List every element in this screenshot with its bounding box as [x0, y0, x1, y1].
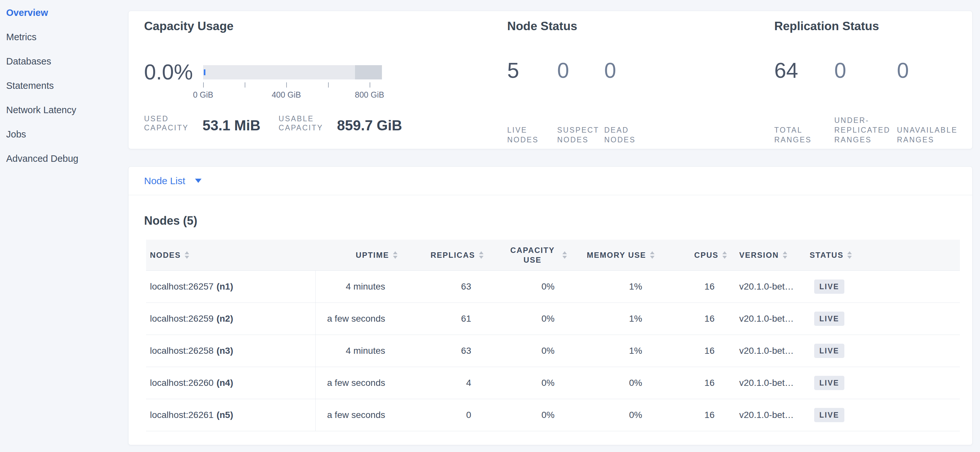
sidebar-item[interactable]: Advanced Debug [0, 147, 128, 171]
axis-tick [203, 82, 204, 87]
capacity-percent-value: 0.0% [144, 60, 193, 84]
version-cell: v20.1.0-bet… [716, 303, 799, 335]
status-cell: LIVE [799, 335, 960, 367]
cluster-summary-card: Capacity Usage 0.0% 0 GiB400 GiB800 GiB … [128, 11, 972, 149]
sort-arrows-icon [185, 251, 189, 259]
table-row[interactable]: localhost:26259 (n2) a few seconds 61 0%… [146, 303, 960, 335]
sort-up-icon [783, 251, 787, 254]
column-header[interactable]: UPTIME [315, 251, 387, 260]
capacity-bar-used-marker [204, 70, 205, 75]
column-header-label: MEMORY USE [587, 251, 646, 260]
table-row[interactable]: localhost:26257 (n1) 4 minutes 63 0% 1% … [146, 271, 960, 303]
column-header[interactable]: CPUS [643, 251, 716, 260]
nodes-table-header: NODES UPTIME [146, 239, 960, 271]
node-name-cell: localhost:26260 (n4) [146, 367, 315, 399]
version-cell: v20.1.0-bet… [716, 367, 799, 399]
node-id: (n4) [216, 378, 233, 388]
uptime-cell: 4 minutes [315, 335, 387, 367]
capacity-bar-track [203, 65, 382, 79]
replication-status-title: Replication Status [774, 19, 879, 33]
sort-up-icon [847, 251, 852, 254]
node-id: (n2) [216, 314, 233, 324]
sidebar-item[interactable]: Overview [0, 1, 128, 25]
column-header[interactable]: STATUS [799, 251, 960, 260]
axis-tick-label: 800 GiB [355, 90, 384, 100]
capacity-stat-value: 859.7 GiB [337, 119, 402, 132]
column-header-label: UPTIME [356, 251, 389, 260]
sort-down-icon [847, 256, 852, 259]
node-name-cell: localhost:26257 (n1) [146, 271, 315, 303]
sidebar-item[interactable]: Metrics [0, 25, 128, 49]
axis-tick [328, 82, 329, 87]
node-name-cell: localhost:26259 (n2) [146, 303, 315, 335]
node-status-stat-label: SUSPECT NODES [557, 125, 604, 144]
replication-status-stats: 64 TOTAL RANGES 0 UNDER-REPLICATED RANGE… [774, 60, 967, 144]
table-row[interactable]: localhost:26261 (n5) a few seconds 0 0% … [146, 399, 960, 431]
cpus-cell: 16 [643, 367, 716, 399]
sort-arrows-icon [847, 251, 852, 259]
status-cell: LIVE [799, 367, 960, 399]
column-header-label: CPUS [694, 251, 718, 260]
node-status-stat-label: LIVE NODES [507, 125, 557, 144]
status-cell: LIVE [799, 399, 960, 431]
node-status-stat-value: 0 [604, 60, 661, 81]
uptime-cell: 4 minutes [315, 271, 387, 303]
uptime-cell: a few seconds [315, 303, 387, 335]
status-badge: LIVE [814, 344, 844, 358]
status-badge: LIVE [814, 279, 844, 294]
replicas-cell: 4 [387, 367, 473, 399]
node-list-dropdown[interactable]: Node List [129, 167, 972, 195]
main-content: Capacity Usage 0.0% 0 GiB400 GiB800 GiB … [128, 0, 972, 452]
column-header[interactable]: CAPACITY USE [473, 246, 556, 265]
node-address: localhost:26261 [150, 410, 213, 420]
version-cell: v20.1.0-bet… [716, 399, 799, 431]
memory-use-cell: 1% [556, 335, 643, 367]
version-cell: v20.1.0-bet… [716, 271, 799, 303]
capacity-bar-reserved-segment [355, 65, 382, 79]
node-status-stat-value: 5 [507, 60, 557, 81]
sort-down-icon [185, 256, 189, 259]
replication-stat-label: UNDER-REPLICATED RANGES [834, 116, 897, 144]
column-header[interactable]: MEMORY USE [556, 251, 643, 260]
node-list-card: Node List Nodes (5) NODES [128, 167, 972, 445]
column-header-label: REPLICAS [431, 251, 475, 260]
table-row[interactable]: localhost:26260 (n4) a few seconds 4 0% … [146, 367, 960, 399]
sidebar: Overview Metrics Databases Statements Ne… [0, 0, 128, 452]
column-header-label: STATUS [810, 251, 843, 260]
sidebar-item[interactable]: Databases [0, 49, 128, 74]
capacity-use-cell: 0% [473, 399, 556, 431]
capacity-stat-label: USED CAPACITY [144, 114, 193, 132]
node-address: localhost:26260 [150, 378, 213, 388]
sidebar-item[interactable]: Statements [0, 74, 128, 98]
node-status-stats: 5 LIVE NODES 0 SUSPECT NODES 0 DEAD NODE… [507, 60, 661, 144]
node-name-cell: localhost:26261 (n5) [146, 399, 315, 431]
column-header[interactable]: NODES [146, 251, 315, 260]
replicas-cell: 61 [387, 303, 473, 335]
sidebar-item[interactable]: Network Latency [0, 98, 128, 122]
node-address: localhost:26257 [150, 281, 213, 292]
capacity-usage-panel: Capacity Usage 0.0% 0 GiB400 GiB800 GiB … [144, 11, 504, 149]
uptime-cell: a few seconds [315, 399, 387, 431]
chevron-down-icon [195, 179, 202, 183]
sidebar-item[interactable]: Jobs [0, 122, 128, 147]
replication-stat: 0 UNAVAILABLE RANGES [897, 60, 967, 144]
replicas-cell: 63 [387, 271, 473, 303]
replication-stat-label: UNAVAILABLE RANGES [897, 125, 967, 144]
nodes-table-title: Nodes (5) [144, 214, 197, 228]
memory-use-cell: 0% [556, 367, 643, 399]
version-cell: v20.1.0-bet… [716, 335, 799, 367]
column-header[interactable]: REPLICAS [387, 251, 473, 260]
column-header-label: NODES [150, 251, 181, 260]
table-row[interactable]: localhost:26258 (n3) 4 minutes 63 0% 1% … [146, 335, 960, 367]
uptime-cell: a few seconds [315, 367, 387, 399]
cockroachdb-overview-page: Overview Metrics Databases Statements Ne… [0, 0, 980, 452]
capacity-stat: USABLE CAPACITY 859.7 GiB [279, 114, 402, 132]
column-header-label: CAPACITY USE [507, 246, 558, 265]
node-address: localhost:26258 [150, 346, 213, 356]
memory-use-cell: 0% [556, 399, 643, 431]
status-badge: LIVE [814, 408, 844, 422]
nodes-table-body: localhost:26257 (n1) 4 minutes 63 0% 1% … [146, 271, 960, 431]
memory-use-cell: 1% [556, 271, 643, 303]
memory-use-cell: 1% [556, 303, 643, 335]
column-header[interactable]: VERSION [716, 251, 799, 260]
